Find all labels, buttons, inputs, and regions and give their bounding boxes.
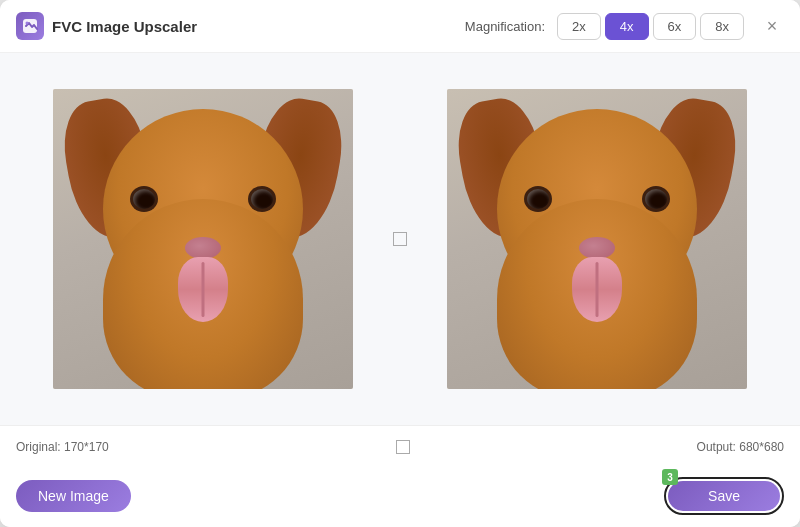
save-button[interactable]: Save [668, 481, 780, 511]
output-dog-image [447, 89, 747, 389]
magnification-8x[interactable]: 8x [700, 13, 744, 40]
output-image-box [447, 89, 747, 389]
content-area [0, 53, 800, 425]
original-image-box [53, 89, 353, 389]
original-info: Original: 170*170 [16, 440, 109, 454]
save-section: 3 Save [664, 477, 784, 515]
original-image-panel [43, 89, 363, 389]
magnification-4x[interactable]: 4x [605, 13, 649, 40]
image-separator [393, 232, 407, 246]
magnification-label: Magnification: [465, 19, 545, 34]
separator-square [393, 232, 407, 246]
info-bar: Original: 170*170 Output: 680*680 [0, 425, 800, 467]
app-title: FVC Image Upscaler [52, 18, 197, 35]
magnification-controls: 2x 4x 6x 8x [557, 13, 744, 40]
close-button[interactable]: × [760, 14, 784, 38]
svg-point-1 [26, 22, 29, 25]
info-separator-square [396, 440, 410, 454]
title-bar: FVC Image Upscaler Magnification: 2x 4x … [0, 0, 800, 53]
footer: New Image 3 Save [0, 467, 800, 527]
new-image-button[interactable]: New Image [16, 480, 131, 512]
save-badge: 3 [662, 469, 678, 485]
magnification-2x[interactable]: 2x [557, 13, 601, 40]
app-logo [16, 12, 44, 40]
magnification-6x[interactable]: 6x [653, 13, 697, 40]
app-window: FVC Image Upscaler Magnification: 2x 4x … [0, 0, 800, 527]
output-image-panel [437, 89, 757, 389]
original-dog-image [53, 89, 353, 389]
output-info: Output: 680*680 [697, 440, 784, 454]
save-button-wrapper: Save [664, 477, 784, 515]
